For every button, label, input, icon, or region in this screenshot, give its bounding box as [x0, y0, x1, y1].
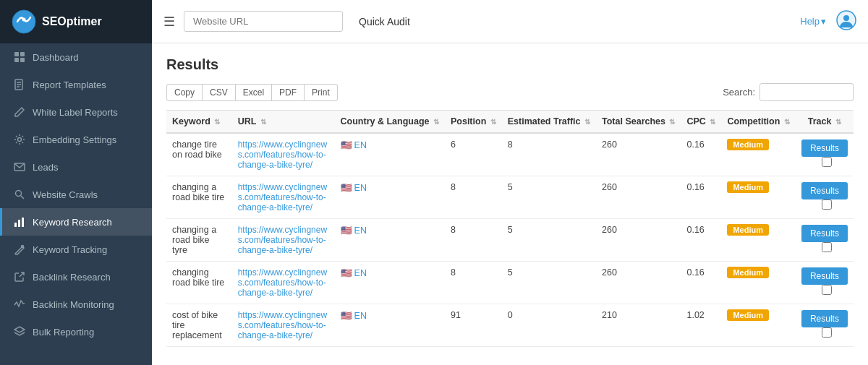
country-cell: 🇺🇸EN	[335, 176, 445, 219]
print-button[interactable]: Print	[304, 84, 338, 101]
searches-cell: 210	[596, 304, 681, 347]
results-table: Keyword ⇅ URL ⇅ Country & Language ⇅ Pos…	[166, 110, 854, 347]
sidebar-item-leads[interactable]: Leads	[0, 153, 152, 181]
col-cpc[interactable]: CPC ⇅	[681, 111, 721, 134]
user-avatar-button[interactable]	[836, 10, 856, 33]
sort-icon-url: ⇅	[260, 118, 266, 126]
col-total-searches[interactable]: Total Searches ⇅	[596, 111, 681, 134]
search-input[interactable]	[760, 83, 854, 101]
sidebar-item-embedding-settings[interactable]: Embedding Settings	[0, 126, 152, 153]
track-checkbox-1[interactable]	[822, 199, 832, 210]
sidebar-item-keyword-research[interactable]: Keyword Research	[0, 208, 152, 236]
results-button-3[interactable]: Results	[801, 267, 848, 285]
svg-rect-4	[14, 58, 19, 62]
col-country[interactable]: Country & Language ⇅	[335, 111, 445, 134]
page-title: Results	[166, 56, 854, 73]
track-checkbox-2[interactable]	[822, 242, 832, 252]
results-button-1[interactable]: Results	[801, 182, 848, 199]
traffic-cell: 5	[502, 176, 596, 219]
sidebar-item-report-templates[interactable]: Report Templates	[0, 71, 152, 98]
track-checkbox-4[interactable]	[822, 327, 832, 338]
url-cell[interactable]: https://www.cyclingnews.com/features/how…	[232, 262, 335, 304]
table-row: changing a road bike tyre https://www.cy…	[166, 219, 854, 262]
col-keyword[interactable]: Keyword ⇅	[166, 111, 232, 134]
position-cell: 8	[445, 219, 502, 262]
sidebar-item-label: Dashboard	[33, 52, 79, 63]
pdf-button[interactable]: PDF	[271, 84, 305, 101]
sidebar-item-label: Backlink Monitoring	[33, 299, 114, 310]
svg-rect-5	[20, 58, 25, 62]
svg-point-21	[843, 15, 849, 21]
results-button-4[interactable]: Results	[801, 310, 848, 327]
keyword-cell: changing a road bike tyre	[166, 219, 232, 262]
keyword-cell: change tire on road bike	[166, 133, 232, 176]
track-checkbox-3[interactable]	[822, 285, 832, 295]
hamburger-icon[interactable]: ☰	[163, 14, 175, 30]
url-cell[interactable]: https://www.cyclingnews.com/features/how…	[232, 219, 335, 262]
track-cell: Results	[796, 262, 854, 304]
sidebar-item-bulk-reporting[interactable]: Bulk Reporting	[0, 318, 152, 345]
country-cell: 🇺🇸EN	[335, 133, 445, 176]
svg-point-10	[18, 138, 22, 142]
sidebar: SEOptimer Dashboard Report Templates Whi…	[0, 0, 152, 365]
traffic-cell: 5	[502, 219, 596, 262]
competition-cell: Medium	[721, 133, 795, 176]
excel-button[interactable]: Excel	[235, 84, 272, 101]
sidebar-item-label: Keyword Research	[33, 217, 112, 228]
sidebar-item-white-label-reports[interactable]: White Label Reports	[0, 98, 152, 126]
svg-point-1	[22, 18, 26, 22]
results-button-0[interactable]: Results	[801, 139, 848, 157]
url-cell[interactable]: https://www.cyclingnews.com/features/how…	[232, 176, 335, 219]
position-cell: 91	[445, 304, 502, 347]
track-cell: Results	[796, 133, 854, 176]
url-cell[interactable]: https://www.cyclingnews.com/features/how…	[232, 304, 335, 347]
position-cell: 8	[445, 262, 502, 304]
col-url[interactable]: URL ⇅	[232, 111, 335, 134]
cpc-cell: 0.16	[681, 133, 721, 176]
quick-audit-button[interactable]: Quick Audit	[352, 12, 417, 32]
main-content: ☰ Quick Audit Help ▾ Results Copy CSV Ex…	[152, 0, 868, 365]
col-track[interactable]: Track ⇅	[796, 111, 854, 134]
sidebar-item-keyword-tracking[interactable]: Keyword Tracking	[0, 236, 152, 263]
traffic-cell: 8	[502, 133, 596, 176]
sidebar-item-website-crawls[interactable]: Website Crawls	[0, 181, 152, 208]
sidebar-item-backlink-research[interactable]: Backlink Research	[0, 263, 152, 291]
topbar-right: Help ▾	[800, 10, 856, 33]
mail-icon	[14, 161, 25, 173]
sidebar-item-dashboard[interactable]: Dashboard	[0, 43, 152, 71]
csv-button[interactable]: CSV	[202, 84, 236, 101]
url-cell[interactable]: https://www.cyclingnews.com/features/how…	[232, 133, 335, 176]
country-cell: 🇺🇸EN	[335, 304, 445, 347]
cpc-cell: 0.16	[681, 262, 721, 304]
col-position[interactable]: Position ⇅	[445, 111, 502, 134]
pen-tool-icon	[14, 244, 25, 255]
table-row: change tire on road bike https://www.cyc…	[166, 133, 854, 176]
country-cell: 🇺🇸EN	[335, 219, 445, 262]
sidebar-item-backlink-monitoring[interactable]: Backlink Monitoring	[0, 291, 152, 318]
logo[interactable]: SEOptimer	[0, 0, 152, 43]
help-arrow: ▾	[821, 16, 826, 27]
sort-icon-cpc: ⇅	[710, 118, 715, 126]
searches-cell: 260	[596, 219, 681, 262]
col-competition[interactable]: Competition ⇅	[721, 111, 795, 134]
sort-icon-searches: ⇅	[669, 118, 675, 126]
competition-cell: Medium	[721, 176, 795, 219]
searches-cell: 260	[596, 176, 681, 219]
url-input[interactable]	[184, 11, 343, 32]
sort-icon-keyword: ⇅	[214, 118, 220, 126]
col-est-traffic[interactable]: Estimated Traffic ⇅	[502, 111, 596, 134]
country-cell: 🇺🇸EN	[335, 262, 445, 304]
cpc-cell: 0.16	[681, 219, 721, 262]
keyword-cell: cost of bike tire replacement	[166, 304, 232, 347]
keyword-cell: changing a road bike tire	[166, 176, 232, 219]
help-button[interactable]: Help ▾	[800, 16, 826, 27]
copy-button[interactable]: Copy	[166, 84, 203, 101]
external-link-icon	[14, 271, 25, 283]
competition-cell: Medium	[721, 262, 795, 304]
track-cell: Results	[796, 219, 854, 262]
sort-icon-competition: ⇅	[784, 118, 790, 126]
results-button-2[interactable]: Results	[801, 225, 848, 242]
svg-line-13	[21, 196, 25, 199]
track-checkbox-0[interactable]	[822, 157, 832, 167]
search-label: Search:	[723, 87, 755, 98]
